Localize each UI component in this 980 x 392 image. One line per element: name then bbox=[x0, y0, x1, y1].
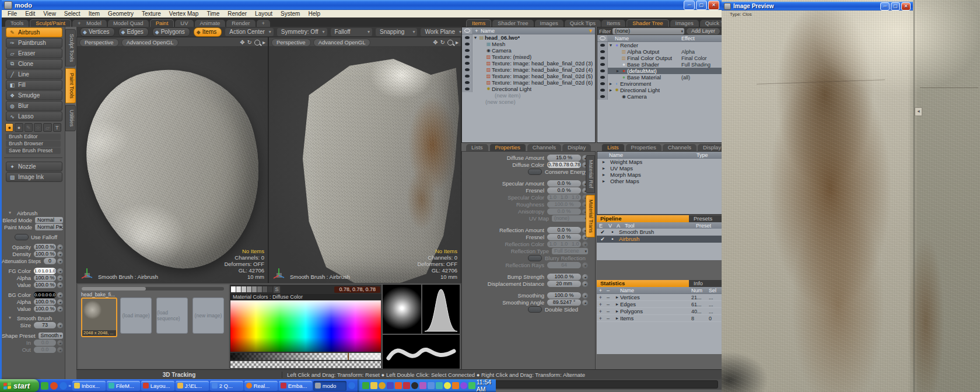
attenuation-field[interactable]: 0 bbox=[44, 258, 56, 264]
statistics-row[interactable]: + – ► Polygons 40... ... bbox=[597, 308, 722, 315]
menu-item[interactable]: Geometry bbox=[108, 10, 134, 17]
image-thumbnail[interactable]: 2048 x 2048, ... bbox=[81, 298, 117, 337]
add-selection-icon[interactable]: + bbox=[597, 316, 604, 321]
paint-tool-button[interactable]: ✑ Paintbrush bbox=[6, 38, 62, 48]
tray-icon[interactable] bbox=[362, 382, 369, 389]
menu-item[interactable]: Vertex Map bbox=[169, 10, 199, 17]
shader-filter-dropdown[interactable]: (none) bbox=[612, 28, 684, 34]
diffuse-amount-field[interactable]: 15.0 % bbox=[547, 155, 581, 161]
soft-brush-tip-button[interactable]: ● bbox=[5, 123, 13, 132]
visibility-eye-icon[interactable] bbox=[462, 86, 473, 92]
sel-column-header[interactable]: Sel bbox=[709, 288, 722, 293]
taskbar-app-button[interactable]: 2 Q... bbox=[210, 381, 243, 391]
shader-row[interactable]: ▥ Final Color Output Final Color bbox=[597, 55, 722, 61]
viewport-tab[interactable]: Animate bbox=[195, 20, 226, 27]
spinner-icon[interactable] bbox=[582, 274, 588, 280]
visibility-eye-icon[interactable] bbox=[597, 93, 608, 100]
visibility-eye-icon[interactable] bbox=[597, 48, 608, 55]
text-tip-button[interactable]: T bbox=[53, 123, 61, 132]
expand-icon[interactable] bbox=[608, 88, 614, 92]
taskbar-app-button[interactable]: modo bbox=[313, 381, 346, 391]
visibility-eye-icon[interactable] bbox=[462, 34, 473, 41]
new-item-row[interactable]: (new item) bbox=[462, 92, 595, 99]
spinner-icon[interactable] bbox=[57, 323, 63, 328]
taskbar-app-button[interactable]: Real... bbox=[244, 381, 278, 391]
spinner-icon[interactable] bbox=[582, 281, 588, 287]
bg-color-field[interactable]: 0.00.00.0 bbox=[34, 292, 56, 298]
item-row[interactable]: ▨ Texture: Image: head_bake_final_02d (6… bbox=[462, 79, 595, 86]
viewport-tab[interactable]: Render bbox=[226, 20, 255, 27]
menu-item[interactable]: Layout bbox=[255, 10, 272, 17]
viewport-canvas[interactable]: Smooth Brush : Airbrush No Items Channel… bbox=[77, 46, 268, 284]
tray-icon[interactable] bbox=[395, 382, 402, 389]
pipeline-header[interactable]: Pipeline bbox=[597, 215, 689, 222]
tray-icon[interactable] bbox=[419, 382, 426, 389]
smoothing-field[interactable]: 100.0 % bbox=[547, 292, 581, 299]
tray-icon[interactable] bbox=[468, 382, 475, 389]
shader-row[interactable]: ● Base Shader Full Shading bbox=[597, 61, 722, 68]
shader-row[interactable]: ◉ Camera bbox=[597, 93, 722, 100]
tool-category-tab[interactable]: Sculpt Tools bbox=[65, 29, 76, 66]
more-icon[interactable]: ▸ bbox=[456, 39, 459, 46]
menu-item[interactable]: System bbox=[281, 10, 300, 17]
pan-icon[interactable]: ✥ bbox=[433, 39, 438, 46]
smoothing-angle-field[interactable]: 89.5247 ° bbox=[547, 299, 581, 306]
remove-selection-icon[interactable]: – bbox=[604, 302, 612, 307]
add-selection-icon[interactable]: + bbox=[597, 309, 604, 314]
shader-row[interactable]: ◐ Environment bbox=[597, 80, 722, 87]
tool-category-tab[interactable]: Utilities bbox=[65, 105, 76, 131]
panel-tab[interactable]: Properties bbox=[626, 144, 662, 151]
taskbar-app-button[interactable]: Layou... bbox=[141, 381, 174, 391]
item-row[interactable]: ▤ head_06.lwo* bbox=[462, 34, 595, 41]
tray-icon[interactable] bbox=[452, 382, 459, 389]
item-row[interactable]: ✹ Directional Light bbox=[462, 86, 595, 92]
spinner-icon[interactable] bbox=[57, 299, 63, 305]
paint-mode-dropdown[interactable]: Normal Proj ... bbox=[35, 224, 63, 230]
viewport-tab[interactable]: Model Quad bbox=[108, 20, 149, 27]
edges-button[interactable]: Edges bbox=[118, 27, 149, 37]
tray-icon[interactable] bbox=[436, 382, 443, 389]
visible-dot-icon[interactable] bbox=[610, 229, 615, 235]
modo-titlebar[interactable]: modo bbox=[2, 0, 722, 10]
add-selection-icon[interactable]: + bbox=[597, 302, 604, 307]
color-value-field[interactable]: 0.78, 0.78, 0.78 bbox=[334, 286, 380, 293]
opacity-field[interactable]: 100.0 % bbox=[34, 244, 56, 250]
panel-tab[interactable]: Shader Tree bbox=[626, 19, 668, 27]
material-tab[interactable]: Material Trans bbox=[586, 195, 595, 237]
visibility-eye-icon[interactable] bbox=[597, 87, 608, 93]
hue-saturation-field[interactable] bbox=[230, 300, 381, 352]
tray-icon[interactable] bbox=[460, 382, 467, 389]
tray-icon[interactable] bbox=[444, 382, 451, 389]
type-column-header[interactable]: Type bbox=[696, 152, 722, 158]
shape-tip-button[interactable]: ▱ bbox=[43, 123, 51, 132]
visible-dot-icon[interactable] bbox=[610, 236, 615, 242]
ie-quick-launch-icon[interactable] bbox=[60, 382, 67, 390]
ie-icon[interactable] bbox=[348, 382, 355, 389]
brush-link-button[interactable]: Brush Editor bbox=[6, 134, 61, 140]
menu-item[interactable]: Item bbox=[89, 10, 100, 17]
spinner-icon[interactable] bbox=[582, 293, 588, 299]
panel-tab[interactable]: Images bbox=[535, 20, 564, 27]
expand-icon[interactable] bbox=[608, 43, 614, 47]
viewport-tab[interactable]: Paint bbox=[150, 19, 174, 27]
panel-tab[interactable]: Quick Tips bbox=[565, 20, 601, 27]
image-placeholder-button[interactable]: (load image) bbox=[120, 298, 152, 334]
item-row[interactable]: ▦ Mesh bbox=[462, 41, 595, 47]
paint-tool-button[interactable]: ◧ Fill bbox=[6, 80, 62, 90]
tray-icon[interactable] bbox=[370, 382, 377, 389]
scroll-left-arrow[interactable]: ◄ bbox=[915, 107, 922, 116]
paint-tool-button[interactable]: ◍ Blur bbox=[6, 101, 62, 111]
name-column-header[interactable]: Name bbox=[609, 152, 696, 158]
enabled-check-icon[interactable] bbox=[599, 236, 606, 242]
panel-tab[interactable]: Items bbox=[601, 20, 625, 27]
spinner-icon[interactable] bbox=[57, 268, 63, 274]
pipeline-row[interactable]: Airbrush bbox=[597, 236, 722, 243]
panel-tab[interactable]: Items bbox=[466, 19, 491, 27]
menu-item[interactable]: Time bbox=[206, 10, 219, 17]
symmetry-dropdown[interactable]: Symmetry: Off bbox=[277, 28, 327, 36]
visibility-eye-icon[interactable] bbox=[462, 41, 473, 47]
value-gradient-bar[interactable] bbox=[230, 353, 381, 360]
tray-icon[interactable] bbox=[428, 382, 435, 389]
taskbar-app-button[interactable]: FileM... bbox=[107, 381, 140, 391]
panel-tab[interactable]: Shader Tree bbox=[492, 20, 533, 27]
